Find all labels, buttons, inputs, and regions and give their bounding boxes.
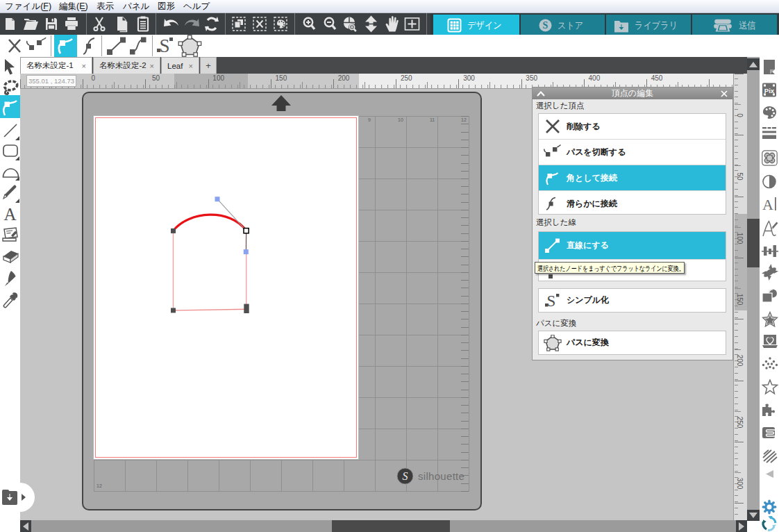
path-node[interactable] bbox=[171, 228, 176, 233]
new-document-tab[interactable]: + bbox=[200, 57, 217, 74]
panel-row-delete[interactable]: 削除する bbox=[539, 114, 726, 140]
arc-tool-flyout[interactable] bbox=[15, 176, 19, 181]
convert-to-path-icon[interactable] bbox=[178, 35, 203, 57]
eyedropper-tool-icon[interactable] bbox=[1, 290, 19, 310]
tab-library[interactable]: ライブラリ bbox=[606, 15, 691, 36]
panel-collapse-icon[interactable] bbox=[537, 91, 545, 97]
scroll-up-button[interactable] bbox=[747, 58, 760, 70]
zoom-out-icon[interactable] bbox=[322, 13, 337, 35]
draw-tool-flyout[interactable] bbox=[15, 199, 19, 203]
menu-shape[interactable]: 図形 bbox=[158, 1, 175, 13]
doc-tab-close-icon[interactable]: × bbox=[189, 62, 193, 70]
redo-icon[interactable] bbox=[183, 13, 200, 35]
edit-points-tool-active[interactable] bbox=[0, 95, 20, 118]
doc-tab-leaf[interactable]: Leaf × bbox=[161, 57, 199, 74]
vertical-scrollbar[interactable] bbox=[747, 57, 760, 521]
sync-icon[interactable] bbox=[203, 13, 220, 35]
scroll-left-button[interactable] bbox=[20, 520, 31, 532]
drag-zoom-icon[interactable] bbox=[362, 13, 380, 35]
scroll-down-button[interactable] bbox=[747, 510, 760, 521]
character-panel-icon[interactable] bbox=[762, 219, 779, 238]
make-line-icon[interactable] bbox=[106, 35, 128, 57]
flyout-expand-icon[interactable] bbox=[22, 494, 26, 501]
eraser-tool-icon[interactable] bbox=[1, 247, 20, 265]
panel-row-smooth-connect[interactable]: 滑らかに接続 bbox=[539, 191, 726, 216]
selected-node[interactable] bbox=[244, 228, 249, 233]
rhinestone-panel-icon[interactable] bbox=[762, 356, 778, 373]
menu-view[interactable]: 表示 bbox=[97, 1, 114, 13]
open-file-icon[interactable] bbox=[23, 13, 39, 35]
bezier-control-handle[interactable] bbox=[244, 249, 249, 254]
library-flyout[interactable] bbox=[0, 483, 31, 513]
image-effects-panel-icon[interactable] bbox=[762, 174, 777, 189]
replicate-panel-icon[interactable] bbox=[762, 289, 778, 303]
fit-to-page-icon[interactable] bbox=[404, 13, 420, 35]
doc-tab-close-icon[interactable]: × bbox=[82, 62, 86, 70]
offset-panel-icon[interactable] bbox=[762, 311, 778, 328]
collapse-panel-strip-icon[interactable] bbox=[766, 470, 773, 478]
line-tool-flyout[interactable] bbox=[15, 136, 19, 140]
path-node[interactable] bbox=[171, 308, 176, 313]
sketch-panel-icon[interactable] bbox=[762, 449, 778, 464]
trace-panel-icon[interactable] bbox=[762, 334, 778, 349]
puzzle-panel-icon[interactable] bbox=[762, 403, 777, 417]
transform-panel-icon[interactable] bbox=[762, 245, 778, 258]
pan-icon[interactable] bbox=[384, 13, 400, 35]
line-style-panel-icon[interactable] bbox=[762, 126, 777, 141]
corner-connect-button-active[interactable] bbox=[54, 35, 77, 57]
panel-row-convert-to-path[interactable]: パスに変換 bbox=[539, 331, 726, 354]
zoom-in-icon[interactable] bbox=[301, 13, 317, 35]
vertical-scroll-thumb[interactable] bbox=[747, 219, 760, 267]
panel-row-break-path[interactable]: パスを切断する bbox=[539, 140, 726, 165]
notes-tool-icon[interactable] bbox=[1, 225, 20, 244]
select-tool-icon[interactable] bbox=[1, 58, 18, 76]
make-curve-icon[interactable] bbox=[129, 35, 149, 57]
smooth-connect-icon[interactable] bbox=[79, 35, 100, 57]
selected-shape[interactable] bbox=[146, 191, 299, 344]
knife-tool-icon[interactable] bbox=[1, 268, 19, 288]
zoom-selection-icon[interactable] bbox=[342, 13, 358, 35]
path-node-pair[interactable] bbox=[244, 304, 249, 313]
lasso-select-tool-icon[interactable] bbox=[1, 78, 19, 97]
library-folder-icon[interactable] bbox=[1, 489, 18, 505]
save-icon[interactable] bbox=[44, 13, 58, 35]
doc-tab-untitled-2[interactable]: 名称未設定-2 × bbox=[93, 57, 160, 74]
panel-row-simplify[interactable]: S シンプル化 bbox=[539, 289, 726, 312]
sketch-settings-panel-icon[interactable] bbox=[762, 426, 778, 440]
paste-style-icon[interactable] bbox=[273, 13, 288, 35]
undo-icon[interactable] bbox=[163, 13, 180, 35]
tab-design[interactable]: デザイン bbox=[433, 15, 519, 36]
page-setup-panel-icon[interactable] bbox=[762, 60, 777, 74]
break-path-icon[interactable] bbox=[26, 35, 47, 57]
delete-selection-icon[interactable] bbox=[252, 13, 267, 35]
preferences-gear-icon[interactable] bbox=[762, 499, 777, 515]
horizontal-scrollbar[interactable] bbox=[20, 520, 747, 532]
panel-row-make-line-active[interactable]: 直線にする bbox=[539, 232, 726, 260]
theme-refresh-icon[interactable] bbox=[762, 516, 777, 531]
modify-panel-icon[interactable] bbox=[762, 264, 778, 281]
menu-panel[interactable]: パネル bbox=[123, 1, 149, 13]
bezier-control-handle[interactable] bbox=[215, 197, 220, 201]
copy-icon[interactable] bbox=[114, 13, 129, 35]
shape-selected-segment[interactable] bbox=[174, 215, 246, 231]
fill-color-panel-icon[interactable] bbox=[762, 106, 777, 120]
doc-tab-close-icon[interactable]: × bbox=[150, 62, 154, 70]
fill-pattern-panel-icon[interactable] bbox=[762, 150, 778, 166]
doc-tab-untitled-1[interactable]: 名称未設定-1 × bbox=[20, 57, 92, 74]
panel-row-corner-connect-active[interactable]: 角として接続 bbox=[539, 165, 726, 191]
scroll-right-button[interactable] bbox=[736, 520, 747, 532]
star-shape-panel-icon[interactable] bbox=[762, 379, 778, 395]
paste-icon[interactable] bbox=[136, 13, 150, 35]
menu-help[interactable]: ヘルプ bbox=[183, 1, 210, 13]
tab-store[interactable]: S ストア bbox=[521, 15, 605, 36]
panel-close-icon[interactable] bbox=[721, 90, 728, 97]
new-document-icon[interactable] bbox=[3, 13, 17, 35]
duplicate-selection-icon[interactable] bbox=[231, 13, 246, 35]
cut-icon[interactable] bbox=[92, 13, 106, 35]
print-icon[interactable] bbox=[64, 13, 79, 35]
horizontal-scroll-thumb[interactable] bbox=[332, 520, 450, 532]
delete-point-icon[interactable] bbox=[7, 35, 22, 57]
text-tool-icon[interactable]: A bbox=[1, 206, 19, 224]
rectangle-tool-flyout[interactable] bbox=[15, 156, 19, 160]
panel-title-bar[interactable]: 頂点の編集 bbox=[533, 88, 732, 99]
